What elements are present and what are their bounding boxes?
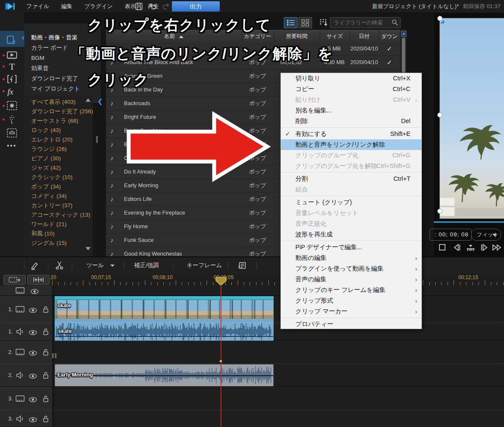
category-scroll-down-icon[interactable] <box>85 247 91 250</box>
column-header-3[interactable]: サイズ <box>320 30 350 42</box>
context-menu-item-cut[interactable]: 切り取りCtrl+X <box>281 73 421 84</box>
range-select-icon[interactable] <box>238 261 247 270</box>
timeline-ruler[interactable]: 2000;07;1500;08;1000;09;0500;12;15 <box>0 273 504 286</box>
track-lane[interactable] <box>54 387 504 410</box>
category-item-12[interactable]: アコースティック (13) <box>24 210 93 220</box>
produce-button[interactable]: 出力 <box>172 1 220 12</box>
clip-early-morning-audio[interactable]: Early Morning <box>55 364 274 386</box>
list-view-button[interactable] <box>284 17 298 28</box>
save-icon[interactable] <box>134 2 144 11</box>
lock-track-icon[interactable] <box>41 306 50 313</box>
resize-handle-top-left[interactable] <box>437 16 442 21</box>
more-rooms-icon[interactable]: ••• <box>0 141 24 154</box>
playhead-marker[interactable] <box>215 277 227 286</box>
context-menu-item-properties[interactable]: プロパティー <box>281 319 421 330</box>
context-menu-item-merge[interactable]: 結合 <box>281 184 421 195</box>
eye-visibility-icon[interactable] <box>28 416 38 424</box>
film-track-icon[interactable] <box>15 348 25 356</box>
category-item-2[interactable]: オーケストラ (68) <box>24 116 93 126</box>
context-menu-item-normalize-audio[interactable]: 音声正規化 <box>281 218 421 229</box>
lock-track-icon[interactable] <box>41 415 50 423</box>
category-item-10[interactable]: コメディ (34) <box>24 191 93 201</box>
film-track-icon[interactable] <box>15 287 25 294</box>
transition-room-icon[interactable] <box>0 73 24 85</box>
clip-skate-audio[interactable]: skate <box>55 323 274 341</box>
context-menu-item-edit-audio[interactable]: 音声の編集› <box>281 274 421 285</box>
track-manager-button[interactable] <box>3 275 26 285</box>
context-menu-item-copy[interactable]: コピーCtrl+C <box>281 84 421 94</box>
panel-resize-grip[interactable]: ●●●● <box>96 136 98 143</box>
category-item-1[interactable]: ダウンロード完了 (256) <box>24 107 93 116</box>
track-lane[interactable] <box>54 410 504 427</box>
category-item-9[interactable]: ポップ (34) <box>24 182 93 191</box>
film-track-icon[interactable] <box>15 306 25 313</box>
clip-skate-video[interactable]: skate <box>55 296 274 323</box>
stop-button[interactable] <box>437 242 448 253</box>
speaker-track-icon[interactable] <box>15 328 25 336</box>
resize-handle-middle-left[interactable] <box>437 112 442 118</box>
design-pen-icon[interactable] <box>30 261 39 270</box>
film-track-icon[interactable] <box>15 395 25 403</box>
context-menu-item-reset-volume[interactable]: 音量レベルをリセット <box>281 208 421 218</box>
scroll-up-icon[interactable]: ▲ <box>401 31 407 37</box>
track-lane[interactable] <box>54 341 504 364</box>
track-divider-grip[interactable]: ●●●●●● <box>52 353 57 358</box>
eye-visibility-icon[interactable] <box>28 396 38 403</box>
context-menu-item-edit-clip-keyframes[interactable]: クリップのキー フレームを編集› <box>281 285 421 295</box>
fix-enhance-button[interactable]: 補正/強調 <box>134 257 159 274</box>
eye-visibility-icon[interactable] <box>30 288 39 295</box>
resize-handle-bottom-left[interactable] <box>437 209 442 214</box>
context-menu-item-group-clips[interactable]: クリップのグループ化Ctrl+G <box>281 150 421 161</box>
track-lane[interactable]: Early Morning <box>54 364 504 387</box>
lock-track-icon[interactable] <box>41 348 50 356</box>
speaker-track-icon[interactable] <box>15 415 25 423</box>
context-menu-item-delete[interactable]: 削除Del <box>281 116 421 127</box>
category-item-13[interactable]: ワールド (21) <box>24 220 93 229</box>
particle-room-icon[interactable] <box>0 99 24 112</box>
track-lane[interactable] <box>54 286 504 296</box>
search-icon[interactable] <box>391 19 398 26</box>
collapse-panel-icon[interactable]: ❮ <box>97 97 103 105</box>
scrollbar-thumb[interactable] <box>402 38 405 73</box>
category-item-15[interactable]: ジングル (15) <box>24 239 93 248</box>
fast-forward-button[interactable] <box>492 242 503 253</box>
undo-icon[interactable] <box>148 2 157 11</box>
context-menu-item-paste[interactable]: 貼り付けCtrl+V› <box>281 94 421 105</box>
track-lane[interactable]: skate <box>54 296 504 323</box>
previous-frame-button[interactable] <box>451 242 463 253</box>
keyframe-button[interactable]: キーフレーム <box>187 257 222 274</box>
category-item-0[interactable]: すべて表示 (403) <box>24 97 93 107</box>
grid-view-button[interactable] <box>298 17 312 28</box>
eye-visibility-icon[interactable] <box>28 329 38 336</box>
context-menu-item-regenerate-waveform[interactable]: 波形を再生成 <box>281 229 421 240</box>
column-header-4[interactable]: 日付 <box>350 30 379 42</box>
lock-track-icon[interactable] <box>41 371 50 379</box>
tools-dropdown[interactable]: ツール <box>86 257 104 274</box>
context-menu-item-edit-video-plugin[interactable]: プラグインを使って動画を編集› <box>281 263 421 274</box>
category-item-11[interactable]: カントリー (37) <box>24 201 93 210</box>
preview-seekbar[interactable] <box>434 221 504 223</box>
eye-visibility-icon[interactable] <box>28 372 38 380</box>
split-scissors-icon[interactable] <box>55 261 64 270</box>
context-menu-item-link-unlink-video-audio[interactable]: 動画と音声をリンク/リンク解除 <box>281 139 421 150</box>
category-item-7[interactable]: ジャズ (42) <box>24 163 93 173</box>
category-item-4[interactable]: エレクトロ (20) <box>24 135 93 144</box>
category-item-14[interactable]: 和風 (10) <box>24 229 93 239</box>
context-menu-item-ungroup-clips[interactable]: クリップのグループ化を解除Ctrl+Shift+G <box>281 161 421 171</box>
media-room-icon[interactable]: ♪ <box>0 31 24 47</box>
import-media-icon[interactable] <box>318 17 328 27</box>
eye-visibility-icon[interactable] <box>28 349 38 357</box>
subtitle-room-icon[interactable] <box>0 127 24 139</box>
effect-room-icon[interactable]: fx <box>0 85 24 97</box>
marker-ruler-button[interactable] <box>465 242 476 253</box>
speaker-track-icon[interactable] <box>15 371 25 379</box>
preview-video[interactable] <box>439 18 504 219</box>
menu-plugin[interactable]: プラグイン <box>78 0 119 13</box>
column-header-2[interactable]: 所要時間 <box>274 30 320 42</box>
category-item-3[interactable]: ロック (43) <box>24 126 93 135</box>
blending-effect-icon[interactable] <box>0 113 24 126</box>
context-menu-item-edit-video[interactable]: 動画の編集› <box>281 253 421 263</box>
search-input[interactable] <box>333 18 390 27</box>
menu-edit[interactable]: 編集 <box>55 0 78 13</box>
context-menu-item-edit-alias[interactable]: 別名を編集... <box>281 105 421 116</box>
